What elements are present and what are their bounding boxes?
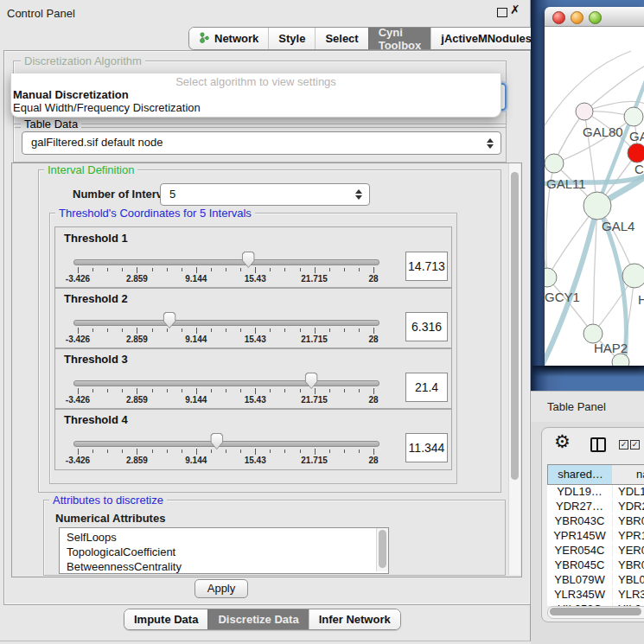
popup-option[interactable]: Equal Width/Frequency Discretization bbox=[13, 101, 201, 114]
slider-thumb[interactable] bbox=[210, 433, 223, 450]
threshold-value-field[interactable]: 6.316 bbox=[405, 312, 448, 341]
slider-tick bbox=[373, 449, 374, 455]
list-scrollbar[interactable] bbox=[376, 528, 388, 571]
slider-thumb[interactable] bbox=[242, 252, 255, 268]
checkbox-icon[interactable]: ✓ bbox=[630, 440, 640, 450]
slider-tick bbox=[78, 388, 79, 394]
threshold-value-field[interactable]: 21.4 bbox=[405, 373, 448, 402]
checkbox-icon[interactable]: ✓ bbox=[619, 440, 628, 450]
cell-shared-name: YBR045C bbox=[547, 558, 612, 571]
cell-name: YBL0 bbox=[612, 573, 644, 586]
slider-tick bbox=[122, 268, 123, 271]
slider-tick bbox=[137, 449, 137, 455]
network-node[interactable] bbox=[624, 107, 643, 126]
cell-name: YER0 bbox=[612, 544, 644, 557]
horizontal-scrollbar[interactable] bbox=[547, 606, 644, 619]
slider-tick bbox=[344, 268, 345, 271]
network-node[interactable] bbox=[583, 192, 611, 220]
numerical-attributes-label: Numerical Attributes bbox=[55, 512, 165, 525]
slider-tick bbox=[226, 328, 226, 332]
list-item[interactable]: BetweennessCentrality bbox=[60, 559, 388, 574]
scrollbar-thumb[interactable] bbox=[511, 172, 519, 480]
slider-tick bbox=[137, 267, 137, 273]
threshold-value-field[interactable]: 14.713 bbox=[405, 252, 448, 281]
split-column-icon[interactable] bbox=[590, 437, 606, 452]
zoom-traffic-light-icon[interactable] bbox=[589, 11, 602, 24]
slider-track[interactable] bbox=[73, 320, 379, 326]
node-label: GA bbox=[629, 129, 644, 143]
slider-thumb[interactable] bbox=[163, 312, 176, 328]
slider-track[interactable] bbox=[73, 441, 379, 447]
table-row[interactable]: YER054CYER0 bbox=[547, 544, 644, 558]
slider-tick bbox=[196, 267, 197, 273]
tab-impute-data[interactable]: Impute Data bbox=[124, 609, 207, 629]
table-row[interactable]: YBR045CYBR0 bbox=[547, 558, 644, 573]
minimize-traffic-light-icon[interactable] bbox=[571, 11, 583, 24]
list-item[interactable]: SelfLoops bbox=[60, 530, 388, 545]
threshold-value-field[interactable]: 11.344 bbox=[405, 433, 448, 462]
cell-shared-name: YLR345W bbox=[547, 588, 612, 601]
slider-tick bbox=[122, 328, 123, 332]
table-data-combobox[interactable]: galFiltered.sif default node bbox=[22, 131, 501, 155]
tab-jactivemnodules[interactable]: jActiveMNodules bbox=[430, 28, 541, 49]
cell-shared-name: YER054C bbox=[547, 544, 612, 557]
cell-shared-name: YDR27… bbox=[547, 500, 612, 513]
gear-icon[interactable]: ⚙ bbox=[554, 431, 571, 452]
slider-track[interactable] bbox=[73, 259, 379, 265]
slider-tick bbox=[300, 328, 301, 332]
slider-track[interactable] bbox=[73, 380, 379, 386]
table-row[interactable]: YPR145WYPR1 bbox=[547, 529, 644, 544]
number-of-intervals-spinner[interactable]: 5 bbox=[160, 183, 370, 206]
table-row[interactable]: YLR345WYLR3 bbox=[547, 588, 644, 603]
slider-thumb[interactable] bbox=[305, 373, 318, 389]
cell-name: YPR1 bbox=[612, 529, 644, 542]
close-traffic-light-icon[interactable] bbox=[552, 11, 565, 24]
tab-infer-network[interactable]: Infer Network bbox=[309, 609, 400, 629]
close-icon[interactable]: ✗ bbox=[510, 3, 520, 16]
tab-cyni-toolbox[interactable]: Cyni Toolbox bbox=[368, 28, 431, 49]
slider-tick bbox=[152, 268, 153, 271]
network-node[interactable] bbox=[622, 264, 644, 288]
float-window-icon[interactable] bbox=[497, 8, 507, 17]
slider-tick bbox=[359, 328, 360, 332]
tab-style[interactable]: Style bbox=[268, 28, 315, 49]
apply-button[interactable]: Apply bbox=[194, 579, 248, 598]
network-node[interactable] bbox=[576, 103, 593, 120]
numerical-attributes-list[interactable]: SelfLoopsTopologicalCoefficientBetweenne… bbox=[59, 527, 389, 574]
column-header[interactable]: shared… bbox=[547, 464, 614, 485]
slider-tick bbox=[315, 449, 316, 455]
table-row[interactable]: YDL19…YDL1 bbox=[547, 485, 644, 500]
tab-select[interactable]: Select bbox=[315, 28, 367, 49]
slider-tick bbox=[359, 450, 360, 453]
window-shadow bbox=[532, 366, 644, 377]
network-node[interactable] bbox=[545, 268, 557, 287]
network-node[interactable] bbox=[545, 154, 564, 173]
top-tab-strip: NetworkStyleSelectCyni ToolboxjActiveMNo… bbox=[188, 27, 542, 50]
tab-discretize-data[interactable]: Discretize Data bbox=[207, 609, 308, 629]
slider-tick bbox=[226, 268, 226, 271]
tick-label: 15.43 bbox=[245, 335, 266, 344]
slider-tick bbox=[270, 328, 271, 332]
slider-tick bbox=[182, 450, 182, 453]
network-node[interactable] bbox=[628, 143, 644, 163]
column-header[interactable]: na bbox=[612, 464, 644, 485]
table-row[interactable]: YBR043CYBR0 bbox=[547, 514, 644, 529]
scrollbar-thumb[interactable] bbox=[550, 608, 641, 615]
table-row[interactable]: YBL079WYBL0 bbox=[547, 573, 644, 588]
network-canvas[interactable]: GAL80GACGAL11GAL4GCY1HHAP2 bbox=[545, 27, 644, 366]
threshold-panel: Threshold 4-3.4262.8599.14415.4321.71528… bbox=[54, 408, 452, 470]
vertical-scrollbar[interactable] bbox=[508, 163, 520, 575]
network-edge[interactable] bbox=[547, 277, 593, 334]
list-item[interactable]: TopologicalCoefficient bbox=[60, 545, 388, 559]
slider-tick bbox=[284, 268, 285, 271]
network-window-titlebar[interactable] bbox=[545, 7, 644, 27]
tick-label: 9.144 bbox=[185, 274, 207, 284]
tab-network[interactable]: Network bbox=[189, 28, 268, 49]
scrollbar-thumb[interactable] bbox=[379, 530, 386, 568]
table-row[interactable]: YDR27…YDR2 bbox=[547, 500, 644, 514]
slider-tick bbox=[211, 450, 212, 453]
slider-tick bbox=[373, 328, 374, 334]
network-view-window: GAL80GACGAL11GAL4GCY1HHAP2 bbox=[545, 7, 644, 366]
popup-option[interactable]: Manual Discretization bbox=[13, 88, 129, 101]
slider-tick bbox=[255, 267, 256, 273]
